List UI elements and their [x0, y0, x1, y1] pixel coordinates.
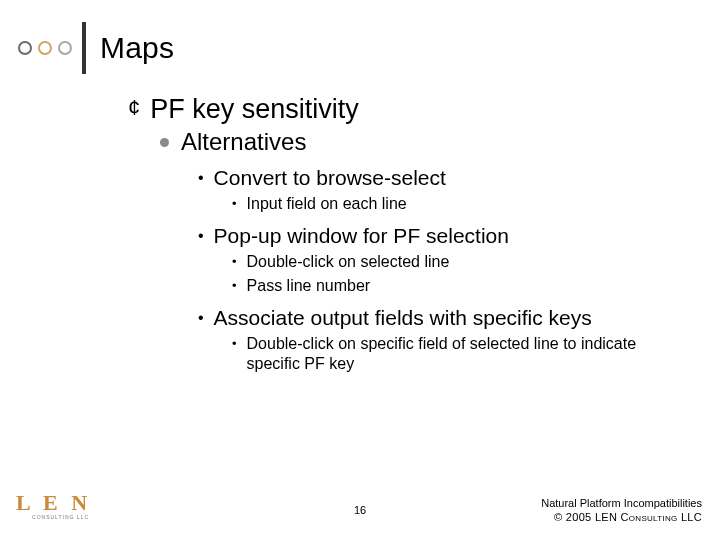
decorative-dots	[18, 41, 72, 55]
footer-line: Natural Platform Incompatibilities	[541, 496, 702, 510]
list-item: • Convert to browse-select	[198, 166, 680, 190]
bullet-icon	[160, 138, 169, 147]
slide: Maps ¢ PF key sensitivity Alternatives •…	[0, 0, 720, 540]
page-number: 16	[354, 504, 366, 516]
logo: L E N CONSULTING LLC	[16, 490, 91, 520]
list-item: • Input field on each line	[232, 194, 680, 214]
bullet-icon: •	[232, 252, 237, 272]
list-item: • Pass line number	[232, 276, 680, 296]
header: Maps	[18, 22, 174, 74]
footer: Natural Platform Incompatibilities © 200…	[541, 496, 702, 524]
bullet-icon: •	[198, 306, 204, 330]
bullet-icon: •	[232, 334, 237, 354]
page-title: Maps	[100, 31, 174, 65]
bullet-text: Double-click on selected line	[247, 252, 450, 272]
bullet-icon: •	[232, 276, 237, 296]
bullet-text: Double-click on specific field of select…	[247, 334, 680, 374]
footer-line: © 2005 LEN Consulting LLC	[541, 510, 702, 524]
content: ¢ PF key sensitivity Alternatives • Conv…	[128, 94, 680, 374]
bullet-text: Pop-up window for PF selection	[214, 224, 509, 248]
bullet-icon: •	[232, 194, 237, 214]
dot-icon	[58, 41, 72, 55]
bullet-text: PF key sensitivity	[150, 94, 359, 124]
bullet-text: Input field on each line	[247, 194, 407, 214]
bullet-text: Pass line number	[247, 276, 371, 296]
divider-icon	[82, 22, 86, 74]
bullet-text: Convert to browse-select	[214, 166, 446, 190]
list-item: ¢ PF key sensitivity	[128, 94, 680, 124]
list-item: Alternatives	[160, 128, 680, 156]
dot-icon	[38, 41, 52, 55]
logo-brand: L E N	[16, 490, 91, 516]
list-item: • Pop-up window for PF selection	[198, 224, 680, 248]
bullet-icon: •	[198, 224, 204, 248]
bullet-icon: ¢	[128, 94, 140, 122]
bullet-text: Alternatives	[181, 128, 306, 156]
list-item: • Double-click on specific field of sele…	[232, 334, 680, 374]
bullet-icon: •	[198, 166, 204, 190]
bullet-text: Associate output fields with specific ke…	[214, 306, 592, 330]
dot-icon	[18, 41, 32, 55]
list-item: • Double-click on selected line	[232, 252, 680, 272]
list-item: • Associate output fields with specific …	[198, 306, 680, 330]
